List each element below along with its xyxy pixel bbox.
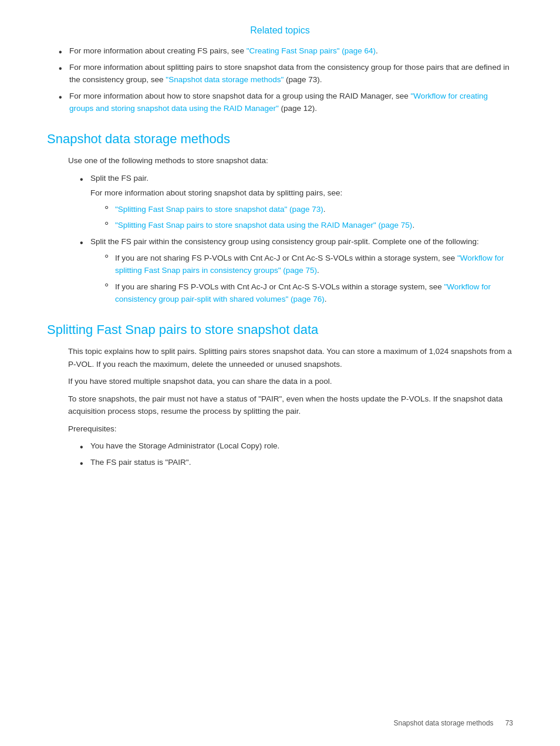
list-item: If you are not sharing FS P-VOLs with Cn… <box>104 252 513 277</box>
splitting-section: Splitting Fast Snap pairs to store snaps… <box>47 320 513 469</box>
list-item-consistency-group: Split the FS pair within the consistency… <box>80 235 513 306</box>
related-topics-heading: Related topics <box>47 23 513 38</box>
footer-text: Snapshot data storage methods <box>393 719 493 727</box>
page-container: Related topics For more information abou… <box>0 0 560 746</box>
prereq-2: The FS pair status is "PAIR". <box>90 458 191 467</box>
link-creating-fast-snap[interactable]: "Creating Fast Snap pairs" (page 64) <box>247 46 376 55</box>
footer-spacer <box>495 719 503 727</box>
list-item: For more information about creating FS p… <box>59 45 513 58</box>
splitting-para-3: To store snapshots, the pair must not ha… <box>47 393 513 418</box>
snapshot-intro: Use one of the following methods to stor… <box>47 154 513 167</box>
splitting-para-2: If you have stored multiple snapshot dat… <box>47 375 513 388</box>
item-text-3-after: (page 12). <box>279 104 317 113</box>
consistency-sub-list: If you are not sharing FS P-VOLs with Cn… <box>90 252 513 306</box>
related-topics-list: For more information about creating FS p… <box>47 45 513 115</box>
list-item: The FS pair status is "PAIR". <box>80 456 513 469</box>
list-item-split-fs: Split the FS pair. For more information … <box>80 172 513 232</box>
item-text-1-before: For more information about creating FS p… <box>69 46 247 55</box>
link-splitting-fs-75[interactable]: "Splitting Fast Snap pairs to store snap… <box>115 221 412 229</box>
list-item: For more information about splitting pai… <box>59 61 513 86</box>
split-fs-label: Split the FS pair. <box>90 174 149 183</box>
page-footer: Snapshot data storage methods 73 <box>393 718 513 728</box>
list-item: For more information about how to store … <box>59 90 513 115</box>
list-item: "Splitting Fast Snap pairs to store snap… <box>104 219 513 232</box>
footer-page: 73 <box>505 719 513 727</box>
list-item: If you are sharing FS P-VOLs with Cnt Ac… <box>104 281 513 306</box>
split-fs-sub-intro: For more information about storing snaps… <box>90 187 513 200</box>
list-item: "Splitting Fast Snap pairs to store snap… <box>104 203 513 216</box>
snapshot-section: Snapshot data storage methods Use one of… <box>47 129 513 306</box>
prereq-1: You have the Storage Administrator (Loca… <box>90 441 279 450</box>
splitting-heading: Splitting Fast Snap pairs to store snaps… <box>47 320 513 339</box>
related-topics-section: Related topics For more information abou… <box>47 23 513 115</box>
splitting-para-1: This topic explains how to split pairs. … <box>47 345 513 370</box>
prereqs-list: You have the Storage Administrator (Loca… <box>47 440 513 468</box>
split-fs-sub-list: "Splitting Fast Snap pairs to store snap… <box>90 203 513 232</box>
item-text-1-after: . <box>376 46 378 55</box>
item-text-3-before: For more information about how to store … <box>69 92 411 100</box>
item-text-2-after: (page 73). <box>284 75 322 84</box>
consistency-group-label: Split the FS pair within the consistency… <box>90 237 479 246</box>
link-snapshot-storage-methods[interactable]: "Snapshot data storage methods" <box>166 75 284 84</box>
snapshot-items-list: Split the FS pair. For more information … <box>47 172 513 306</box>
list-item: You have the Storage Administrator (Loca… <box>80 440 513 453</box>
snapshot-heading: Snapshot data storage methods <box>47 129 513 148</box>
link-splitting-fs-73[interactable]: "Splitting Fast Snap pairs to store snap… <box>115 205 323 214</box>
splitting-prereqs-label: Prerequisites: <box>47 423 513 436</box>
